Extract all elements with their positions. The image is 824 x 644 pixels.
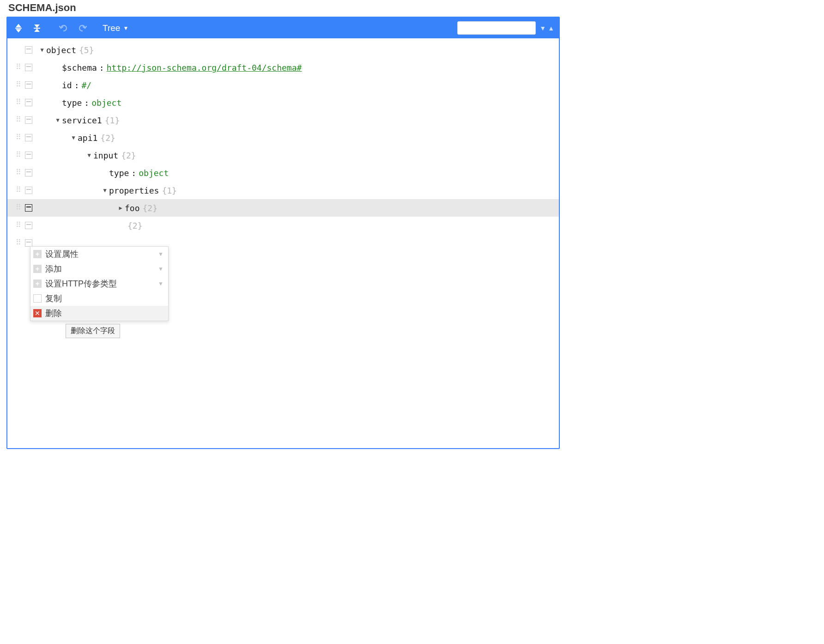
context-menu-label: 添加 [45,263,62,274]
tree-row[interactable]: {2} [7,217,559,234]
row-gutter-icon[interactable] [25,46,32,54]
drag-handle-icon[interactable] [16,83,24,87]
row-gutter-icon[interactable] [25,81,32,89]
colon: : [97,63,107,73]
tree-row[interactable]: object{5} [7,41,559,59]
disclosure-closed-icon[interactable] [116,205,125,211]
search-input[interactable] [457,21,536,35]
node-key[interactable]: $schema [62,63,97,73]
drag-handle-icon[interactable] [16,136,24,140]
context-menu-item[interactable]: ✕删除 [30,306,168,321]
node-key[interactable]: type [62,98,82,108]
redo-button[interactable] [76,22,89,35]
drag-handle-icon[interactable] [16,188,24,192]
collapse-all-button[interactable] [30,22,43,35]
row-gutter-icon[interactable] [25,99,32,106]
drag-handle-icon[interactable] [16,153,24,157]
node-value[interactable]: object [91,98,121,108]
node-count: {1} [159,186,177,195]
tree-row[interactable]: properties{1} [7,182,559,199]
tree-row[interactable]: input{2} [7,146,559,164]
disclosure-open-icon[interactable] [85,152,93,158]
tree-row[interactable]: service1{1} [7,111,559,129]
context-menu-item[interactable]: +设置属性▼ [30,247,168,261]
context-menu: +设置属性▼+添加▼+设置HTTP传参类型▼复制✕删除 [30,246,169,321]
disclosure-open-icon[interactable] [38,47,46,53]
tree-row[interactable]: foo{2} [7,199,559,217]
drag-handle-icon[interactable] [16,66,24,69]
toolbar: Tree ▼ ▼ ▲ [7,18,559,38]
context-menu-item[interactable]: +添加▼ [30,261,168,276]
node-key[interactable]: type [109,168,129,178]
sort-up-icon[interactable]: ▲ [548,24,554,32]
undo-button[interactable] [57,22,70,35]
node-count: {1} [102,115,120,125]
chevron-down-icon: ▼ [158,266,164,272]
tree-row[interactable]: type:object [7,164,559,182]
tree-area: object{5}$schema:http://json-schema.org/… [7,38,559,252]
context-menu-label: 设置HTTP传参类型 [45,278,117,289]
row-gutter-icon[interactable] [25,152,32,159]
node-value[interactable]: #/ [82,80,92,90]
row-gutter-icon[interactable] [25,116,32,124]
tree-row[interactable]: api1{2} [7,129,559,146]
disclosure-open-icon[interactable] [54,117,62,123]
node-count: {2} [118,151,136,160]
node-key[interactable]: input [93,151,118,160]
file-title: SCHEMA.json [0,0,824,17]
drag-handle-icon[interactable] [16,101,24,104]
node-value[interactable]: object [139,168,169,178]
node-value[interactable]: http://json-schema.org/draft-04/schema# [107,63,302,73]
plus-icon: + [33,265,42,273]
row-gutter-icon[interactable] [25,222,32,229]
context-menu-label: 设置属性 [45,249,79,260]
expand-all-button[interactable] [12,22,25,35]
disclosure-open-icon[interactable] [101,187,109,194]
node-key[interactable]: service1 [62,115,102,125]
context-menu-item[interactable]: +设置HTTP传参类型▼ [30,276,168,291]
drag-handle-icon[interactable] [16,171,24,175]
plus-icon: + [33,250,42,258]
sort-down-icon[interactable]: ▼ [539,24,546,32]
context-menu-label: 删除 [45,308,62,319]
row-gutter-icon[interactable] [25,169,32,176]
tree-row[interactable]: $schema:http://json-schema.org/draft-04/… [7,59,559,76]
view-mode-select[interactable]: Tree ▼ [103,23,128,33]
copy-icon [33,294,42,303]
row-gutter-icon[interactable] [25,134,32,141]
tree-row[interactable]: id:#/ [7,76,559,94]
node-key[interactable]: properties [109,186,159,195]
tree-row[interactable]: type:object [7,94,559,111]
node-count: {2} [97,133,115,143]
colon: : [82,98,91,108]
node-count: {5} [76,45,94,55]
node-key[interactable]: object [46,45,76,55]
chevron-down-icon: ▼ [158,280,164,287]
colon: : [129,168,139,178]
view-mode-label: Tree [103,23,120,33]
context-menu-item[interactable]: 复制 [30,291,168,306]
node-key[interactable]: api1 [78,133,97,143]
disclosure-open-icon[interactable] [69,134,78,141]
drag-handle-icon[interactable] [16,206,24,210]
node-key[interactable]: id [62,80,72,90]
node-count: {2} [125,221,143,231]
drag-handle-icon[interactable] [16,224,24,227]
context-menu-label: 复制 [45,293,62,304]
row-gutter-icon[interactable] [25,64,32,71]
chevron-down-icon: ▼ [158,251,164,257]
node-count: {2} [140,203,158,213]
node-key[interactable]: foo [125,203,140,213]
colon: : [72,80,82,90]
row-gutter-icon[interactable] [25,187,32,194]
plus-icon: + [33,279,42,288]
row-gutter-icon[interactable] [25,204,32,212]
close-icon: ✕ [33,309,42,317]
editor-panel: Tree ▼ ▼ ▲ object{5}$schema:http://json-… [6,17,560,449]
tooltip: 删除这个字段 [66,324,120,338]
row-gutter-icon[interactable] [25,239,32,247]
chevron-down-icon: ▼ [123,25,128,31]
drag-handle-icon[interactable] [16,118,24,122]
drag-handle-icon[interactable] [16,241,24,245]
